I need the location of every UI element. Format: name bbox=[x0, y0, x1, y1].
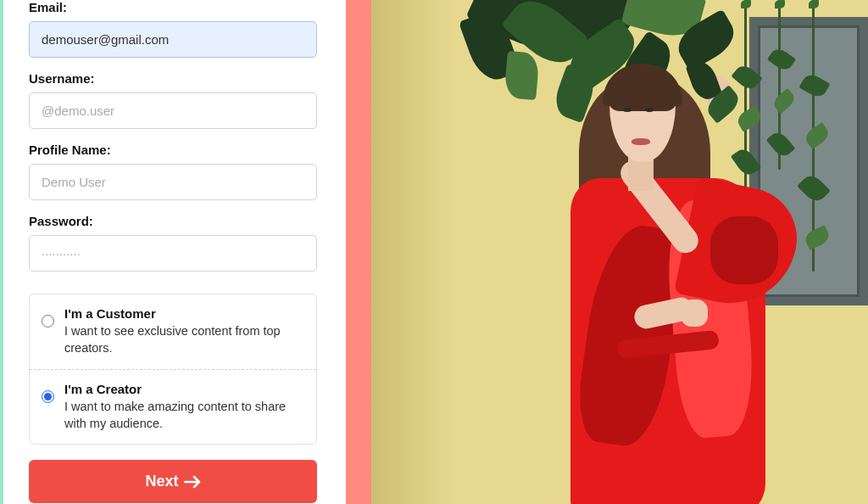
signup-form-panel: Email: Username: Profile Name: Password: bbox=[0, 0, 346, 504]
panel-accent-border bbox=[0, 0, 3, 504]
profile-name-input[interactable] bbox=[29, 164, 317, 200]
next-button[interactable]: Next bbox=[29, 460, 317, 503]
role-selection-box: I'm a Customer I want to see exclusive c… bbox=[29, 294, 317, 445]
email-input[interactable] bbox=[29, 21, 317, 58]
form-scroll-area[interactable]: Email: Username: Profile Name: Password: bbox=[0, 0, 346, 504]
role-creator-title: I'm a Creator bbox=[64, 382, 304, 396]
role-option-creator[interactable]: I'm a Creator I want to make amazing con… bbox=[30, 370, 316, 445]
role-customer-title: I'm a Customer bbox=[64, 306, 304, 321]
username-field-group: Username: bbox=[29, 71, 317, 129]
hero-image bbox=[371, 0, 868, 504]
coral-accent-strip bbox=[346, 0, 371, 504]
arrow-right-icon bbox=[184, 475, 201, 489]
password-input[interactable] bbox=[29, 235, 317, 272]
username-input[interactable] bbox=[29, 92, 317, 129]
hero-figure bbox=[537, 30, 791, 504]
password-field-group: Password: bbox=[29, 214, 317, 272]
password-label: Password: bbox=[29, 214, 317, 228]
role-creator-desc: I want to make amazing content to share … bbox=[64, 398, 304, 433]
role-option-customer[interactable]: I'm a Customer I want to see exclusive c… bbox=[30, 294, 316, 369]
email-field-group: Email: bbox=[29, 0, 317, 58]
email-label: Email: bbox=[29, 0, 317, 14]
next-button-label: Next bbox=[145, 473, 178, 490]
role-radio-customer[interactable] bbox=[42, 315, 54, 328]
username-label: Username: bbox=[29, 71, 317, 86]
role-radio-creator[interactable] bbox=[42, 390, 54, 403]
profile-name-label: Profile Name: bbox=[29, 143, 317, 157]
hero-panel bbox=[346, 0, 868, 504]
profile-name-field-group: Profile Name: bbox=[29, 143, 317, 200]
role-customer-desc: I want to see exclusive content from top… bbox=[64, 322, 304, 357]
